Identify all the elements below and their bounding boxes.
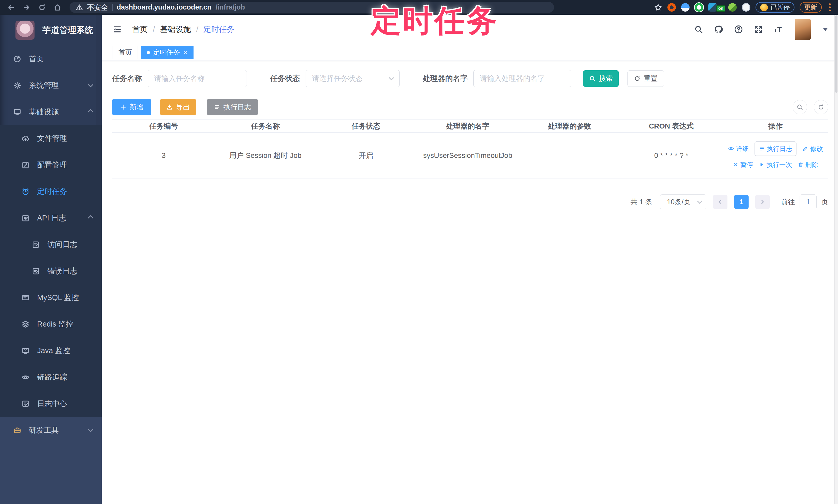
user-menu-caret-icon[interactable]	[823, 28, 828, 31]
sidebar-item-error-log[interactable]: 错误日志	[0, 258, 102, 284]
dashboard-icon	[12, 55, 22, 63]
browser-reload-button[interactable]	[36, 2, 48, 13]
sidebar-item-trace[interactable]: 链路追踪	[0, 364, 102, 391]
eye-icon	[21, 373, 30, 381]
sidebar-item-config-manage[interactable]: 配置管理	[0, 152, 102, 178]
sidebar-item-label: 日志中心	[37, 399, 67, 409]
toolbox-icon	[12, 426, 22, 434]
sidebar-item-redis-monitor[interactable]: Redis 监控	[0, 311, 102, 337]
sidebar-item-scheduled-job[interactable]: 定时任务	[0, 178, 102, 205]
job-log-link[interactable]: 执行日志	[754, 141, 797, 156]
cloud-upload-icon	[21, 134, 30, 143]
next-page-button[interactable]	[755, 195, 770, 209]
sidebar-item-infra[interactable]: 基础设施	[0, 98, 102, 125]
sidebar-item-log-center[interactable]: 日志中心	[0, 391, 102, 417]
pagination-total: 共 1 条	[631, 197, 652, 206]
handler-name-input[interactable]	[480, 74, 565, 83]
sidebar-item-dev-tools[interactable]: 研发工具	[0, 417, 102, 444]
breadcrumb-infra[interactable]: 基础设施	[160, 24, 191, 35]
fullscreen-icon[interactable]	[754, 25, 763, 34]
add-button[interactable]: 新增	[112, 99, 151, 115]
job-status-select[interactable]: 请选择任务状态	[305, 70, 400, 87]
extension-icon-leaf[interactable]	[728, 3, 737, 12]
prev-page-button[interactable]	[713, 195, 728, 209]
refresh-table-button[interactable]	[814, 100, 828, 114]
execution-log-button[interactable]: 执行日志	[207, 99, 258, 115]
delete-link[interactable]: 删除	[798, 160, 818, 170]
sidebar-item-label: 文件管理	[37, 133, 67, 144]
font-size-icon[interactable]: TT	[773, 25, 784, 34]
extension-icon-white[interactable]	[742, 3, 750, 12]
goto-page-input[interactable]	[800, 195, 817, 210]
log-doc-icon	[31, 267, 41, 275]
browser-home-button[interactable]	[52, 2, 64, 13]
browser-back-button[interactable]	[5, 2, 17, 13]
breadcrumb-current: 定时任务	[204, 24, 234, 35]
gear-icon	[12, 82, 22, 90]
sidebar-item-label: Redis 监控	[37, 319, 73, 329]
search-icon[interactable]	[694, 25, 703, 34]
refresh-icon	[818, 104, 824, 110]
cell-handler-param	[519, 133, 620, 178]
page-scrollbar[interactable]	[834, 15, 838, 504]
sidebar-item-file-manage[interactable]: 文件管理	[0, 125, 102, 152]
paused-badge[interactable]: 已暂停	[755, 2, 795, 13]
chevron-right-icon	[760, 199, 765, 205]
add-button-label: 新增	[129, 103, 143, 112]
sidebar-item-home[interactable]: 首页	[0, 46, 102, 72]
update-button[interactable]: 更新	[800, 2, 822, 13]
col-job-id: 任务编号	[112, 120, 215, 132]
reset-button[interactable]: 重置	[627, 70, 664, 87]
scrollbar-thumb[interactable]	[835, 15, 837, 93]
reset-button-label: 重置	[644, 74, 658, 83]
export-button[interactable]: 导出	[160, 99, 196, 115]
arrow-left-icon	[7, 4, 15, 11]
page-number-button[interactable]: 1	[734, 195, 749, 209]
browser-menu-button[interactable]	[827, 3, 833, 11]
update-button-label: 更新	[804, 3, 817, 12]
browser-forward-button[interactable]	[21, 2, 33, 13]
reload-icon	[38, 4, 46, 11]
sidebar-fold-button[interactable]	[112, 25, 122, 34]
github-icon[interactable]	[714, 25, 723, 34]
bookmark-star-icon[interactable]	[654, 3, 662, 12]
sidebar-item-access-log[interactable]: 访问日志	[0, 231, 102, 258]
database-screen-icon	[21, 293, 30, 302]
cell-cron: 0 * * * * ? *	[620, 133, 723, 178]
extension-icon-on[interactable]: on	[722, 5, 723, 10]
tab-label: 定时任务	[153, 48, 180, 57]
help-icon[interactable]	[734, 25, 743, 34]
extension-icon-orange[interactable]	[667, 3, 676, 12]
toggle-search-button[interactable]	[793, 100, 807, 114]
handler-name-label: 处理器的名字	[423, 73, 468, 84]
sidebar-submenu-infra: 文件管理 配置管理 定时任务 API 日志	[0, 125, 102, 417]
pagination: 共 1 条 10条/页 1 前往 页	[112, 195, 828, 210]
sidebar-item-java-monitor[interactable]: Java 监控	[0, 337, 102, 364]
app-logo-row[interactable]: 芋道管理系统	[0, 15, 102, 46]
breadcrumb-home[interactable]: 首页	[132, 24, 148, 35]
detail-link[interactable]: 详细	[728, 144, 749, 154]
table-utilities	[793, 100, 828, 114]
extension-icon-green-check[interactable]	[695, 3, 703, 12]
extension-icon-blue[interactable]	[709, 3, 717, 12]
pause-link[interactable]: 暂停	[733, 160, 753, 170]
job-name-input[interactable]	[154, 74, 240, 83]
tab-close-icon[interactable]	[183, 50, 188, 55]
edit-link[interactable]: 修改	[802, 144, 823, 154]
sidebar-item-mysql-monitor[interactable]: MySQL 监控	[0, 284, 102, 311]
sidebar-item-api-log[interactable]: API 日志	[0, 205, 102, 231]
run-once-link[interactable]: 执行一次	[759, 160, 792, 170]
plus-icon	[120, 104, 126, 110]
breadcrumb: 首页 / 基础设施 / 定时任务	[132, 24, 234, 35]
extension-icon-blue-pin[interactable]	[681, 3, 689, 12]
tab-scheduled-job[interactable]: 定时任务	[141, 46, 193, 59]
sidebar-item-label: 定时任务	[37, 186, 67, 197]
star-icon	[654, 3, 662, 12]
tab-home[interactable]: 首页	[112, 46, 138, 59]
monitor-icon	[12, 108, 22, 116]
search-button[interactable]: 搜索	[583, 70, 619, 87]
sidebar-item-system[interactable]: 系统管理	[0, 72, 102, 98]
page-size-value: 10条/页	[667, 197, 691, 206]
page-size-select[interactable]: 10条/页	[660, 195, 706, 210]
user-avatar[interactable]	[795, 19, 811, 40]
